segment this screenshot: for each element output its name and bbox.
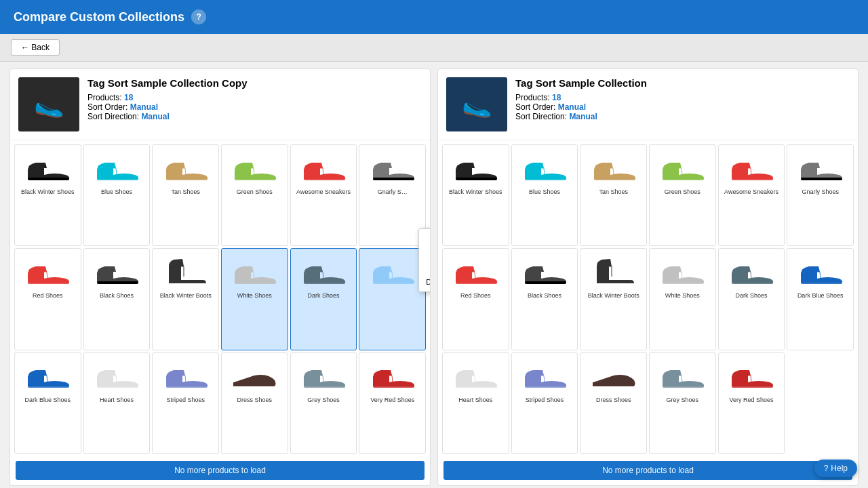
svg-rect-6 [28, 281, 69, 284]
svg-rect-20 [663, 178, 704, 180]
product-item[interactable]: White Shoes [221, 248, 288, 350]
product-name: Black Winter Boots [583, 292, 644, 300]
product-item[interactable]: Green Shoes [221, 144, 288, 246]
product-item[interactable]: Dark Shoes [718, 248, 785, 350]
svg-rect-1 [97, 178, 138, 180]
shoe-image [583, 356, 644, 395]
product-item[interactable]: Black Winter Boots [152, 248, 219, 350]
load-more-right[interactable]: No more products to load [443, 461, 852, 480]
product-item[interactable]: Dark Green Shoes [359, 248, 426, 350]
product-name: Grey Shoes [294, 396, 354, 404]
collection-thumb-right: 🥿 [446, 77, 507, 131]
product-item[interactable]: Red Shoes [14, 248, 81, 350]
product-item[interactable]: Awesome Sneakers [718, 144, 785, 246]
shoe-image [446, 251, 506, 291]
page-title: Compare Custom Collections [14, 10, 184, 24]
product-item[interactable]: White Shoes [649, 248, 716, 350]
product-item[interactable]: Dark Shoes [290, 248, 357, 350]
shoe-image [224, 356, 285, 395]
svg-rect-7 [97, 281, 138, 284]
product-item[interactable]: Heart Shoes [83, 352, 151, 454]
product-name: Red Shoes [446, 292, 506, 300]
shoe-image [583, 251, 644, 291]
collection-thumb-left: 🥿 [18, 77, 79, 131]
products-grid-left: Black Winter ShoesBlue ShoesTan ShoesGre… [10, 140, 430, 458]
product-item[interactable]: Green Shoes [649, 144, 716, 246]
product-item[interactable]: Heart Shoes [442, 352, 509, 454]
svg-rect-30 [663, 385, 704, 388]
product-item[interactable]: Red Shoes [442, 248, 509, 350]
shoe-image [294, 356, 354, 395]
product-item[interactable]: Dress Shoes [580, 352, 647, 454]
product-name: Dress Shoes [224, 396, 285, 404]
product-name: Grey Shoes [652, 396, 713, 404]
product-item[interactable]: Tan Shoes [580, 144, 647, 246]
product-name: Dark Blue Shoes [18, 396, 78, 404]
shoe-image [224, 251, 285, 291]
product-name: Gnarly Shoes [790, 188, 850, 196]
product-item[interactable]: Dark Blue Shoes [14, 352, 81, 454]
help-badge[interactable]: ? Help [814, 460, 857, 477]
product-name: Gnarly S… [362, 188, 422, 196]
product-name: Striped Shoes [515, 396, 575, 404]
shoe-image [583, 148, 644, 187]
product-item[interactable]: Blue Shoes [83, 144, 151, 246]
product-item[interactable]: Grey Shoes [290, 352, 357, 454]
product-item[interactable]: Tan Shoes [152, 144, 219, 246]
product-name: Awesome Sneakers [722, 188, 782, 196]
collection-name-right: Tag Sort Sample Collection [515, 77, 647, 89]
svg-rect-10 [373, 281, 414, 284]
svg-rect-17 [456, 178, 497, 180]
collection-header-left: 🥿 Tag Sort Sample Collection Copy Produc… [10, 69, 430, 140]
product-item[interactable]: Gnarly Shoes [787, 144, 854, 246]
help-label: Help [831, 464, 848, 473]
collection-header-right: 🥿 Tag Sort Sample Collection Products: 1… [438, 69, 858, 140]
shoe-image [652, 356, 713, 395]
shoe-image [446, 148, 506, 187]
shoe-image [362, 148, 422, 187]
shoe-image [790, 148, 850, 187]
collection-panel-right: 🥿 Tag Sort Sample Collection Products: 1… [437, 68, 859, 486]
shoe-image [515, 251, 575, 291]
product-item[interactable]: Black Winter Shoes [442, 144, 509, 246]
help-icon[interactable]: ? [191, 9, 206, 24]
back-bar: ← Back [0, 34, 868, 62]
product-name: Black Winter Shoes [18, 188, 78, 196]
load-more-left[interactable]: No more products to load [16, 461, 425, 480]
product-item[interactable]: Blue Shoes [511, 144, 578, 246]
svg-rect-3 [235, 178, 276, 180]
svg-rect-28 [456, 385, 497, 388]
product-item[interactable]: Very Red Shoes [718, 352, 785, 454]
product-item[interactable]: Grey Shoes [649, 352, 716, 454]
shoe-image [87, 356, 147, 395]
svg-rect-13 [97, 385, 138, 388]
product-name: Dark Shoes [294, 292, 354, 300]
product-item[interactable]: Striped Shoes [152, 352, 219, 454]
product-item[interactable]: Dress Shoes [221, 352, 288, 454]
product-item[interactable]: Black Shoes [511, 248, 578, 350]
shoe-image [446, 356, 506, 395]
shoe-image [722, 148, 782, 187]
shoe-image [155, 251, 216, 291]
shoe-image [294, 251, 354, 291]
svg-rect-22 [801, 178, 842, 180]
product-item[interactable]: Black Winter Shoes [14, 144, 81, 246]
product-item[interactable]: Awesome Sneakers [290, 144, 357, 246]
svg-rect-19 [594, 178, 635, 180]
product-item[interactable]: Striped Shoes [511, 352, 578, 454]
svg-rect-12 [28, 385, 69, 388]
product-name: Blue Shoes [87, 188, 147, 196]
product-item[interactable]: Black Shoes [83, 248, 151, 350]
product-item[interactable]: Very Red Shoes [359, 352, 426, 454]
collection-info-left: Tag Sort Sample Collection Copy Products… [87, 77, 248, 131]
svg-rect-23 [456, 281, 497, 284]
product-item[interactable]: Gnarly S… [359, 144, 426, 246]
svg-rect-16 [373, 385, 414, 388]
svg-rect-4 [304, 178, 345, 180]
product-item[interactable]: Dark Blue Shoes [787, 248, 854, 350]
back-button[interactable]: ← Back [11, 39, 60, 56]
product-item[interactable]: Black Winter Boots [580, 248, 647, 350]
help-icon-badge: ? [824, 464, 829, 473]
svg-rect-0 [28, 178, 69, 180]
product-name: Heart Shoes [87, 396, 147, 404]
